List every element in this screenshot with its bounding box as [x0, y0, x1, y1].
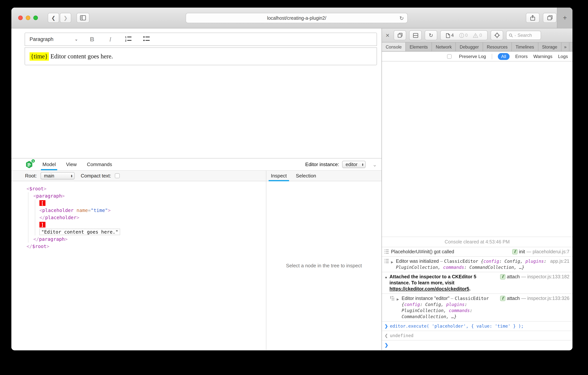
close-icon: ✕ — [386, 33, 390, 38]
source-link[interactable]: — placeholderui.js:7 — [526, 249, 569, 255]
bold-button[interactable]: B — [88, 36, 96, 43]
root-select[interactable]: main ▲▼ — [41, 172, 75, 179]
zoom-window-button[interactable] — [33, 16, 38, 20]
tab-overview-button[interactable] — [543, 13, 556, 23]
tab-view[interactable]: View — [66, 158, 77, 170]
new-tab-button[interactable]: + — [557, 8, 572, 28]
chevron-down-icon: ⌄ — [75, 37, 78, 42]
bulleted-list-button[interactable] — [142, 35, 151, 43]
log-stack-icon — [385, 258, 391, 263]
detach-icon — [397, 33, 403, 38]
source-link[interactable]: app.js:21 — [550, 258, 569, 264]
filter-warnings[interactable]: Warnings — [533, 54, 552, 59]
filter-logs[interactable]: Logs — [558, 54, 568, 59]
expand-caret-icon[interactable]: ▶ — [397, 295, 402, 303]
tab-model[interactable]: Model — [42, 158, 56, 170]
dock-side-button[interactable] — [409, 30, 422, 40]
console-log-row[interactable]: ▶ Editor instance "editor" – ClassicEdit… — [382, 294, 572, 321]
crosshair-icon — [494, 32, 500, 38]
address-bar[interactable]: localhost/creating-a-plugin2/ ↻ — [186, 13, 408, 23]
editor-instance-select[interactable]: editor ▲▼ — [342, 161, 366, 168]
detach-devtools-button[interactable] — [394, 30, 406, 40]
console-command-echo[interactable]: ❯ editor.execute( 'placeholder', { value… — [382, 321, 572, 331]
safari-window: ❮ ❯ localhost/creating-a-plugin2/ ↻ — [11, 8, 572, 350]
docs-link[interactable]: https://ckeditor.com/docs/ckeditor5 — [389, 286, 469, 292]
bulleted-list-icon — [143, 35, 150, 42]
tab-inspect[interactable]: Inspect — [271, 171, 287, 181]
compact-text-checkbox[interactable] — [115, 173, 120, 178]
more-tabs-button[interactable]: » — [561, 43, 570, 51]
compact-text-label: Compact text: — [81, 173, 111, 179]
add-tab-button[interactable]: + — [570, 43, 572, 51]
preserve-log-checkbox[interactable] — [447, 54, 452, 59]
console-log-row[interactable]: PlaceholderUI#init() got called f init —… — [382, 247, 572, 256]
editor-text: Editor content goes here. — [50, 53, 113, 60]
traffic-lights — [18, 16, 38, 20]
minimize-window-button[interactable] — [26, 16, 30, 20]
tree-selection-marker-close: ] — [11, 221, 266, 228]
tree-node-placeholder-open[interactable]: <placeholder name="time"> — [11, 207, 266, 214]
reload-icon[interactable]: ↻ — [399, 15, 404, 21]
stepper-icon: ▲▼ — [362, 163, 364, 166]
tab-storage[interactable]: Storage — [538, 43, 561, 51]
indent-guide — [35, 199, 35, 235]
tab-elements[interactable]: Elements — [406, 43, 432, 51]
reload-icon: ↻ — [429, 32, 433, 38]
tab-resources[interactable]: Resources — [483, 43, 512, 51]
tree-node-paragraph-open[interactable]: <paragraph> — [11, 192, 266, 199]
filter-all[interactable]: All — [498, 53, 510, 60]
expand-caret-icon[interactable]: ▶ — [391, 258, 396, 265]
tree-text-node[interactable]: "Editor content goes here." — [11, 228, 266, 235]
paragraph-dropdown-label: Paragraph — [30, 36, 53, 42]
source-link[interactable]: — inspector.js:133:326 — [521, 295, 569, 301]
filter-errors[interactable]: Errors — [515, 54, 528, 59]
source-link[interactable]: — inspector.js:133:182 — [521, 274, 569, 280]
tab-network[interactable]: Network — [432, 43, 456, 51]
tab-commands[interactable]: Commands — [87, 158, 112, 170]
tree-node-root-open[interactable]: <$root> — [11, 185, 266, 192]
console-log-row[interactable]: ▶ Editor was initialized – ClassicEditor… — [382, 256, 572, 272]
error-count[interactable]: 0 — [459, 33, 468, 38]
console-input[interactable]: ❯ — [382, 340, 572, 350]
collapse-inspector-icon[interactable]: ⌄ — [373, 161, 377, 167]
console-result-row[interactable]: ❮ undefined — [382, 331, 572, 340]
share-button[interactable] — [526, 13, 539, 23]
tab-timelines[interactable]: Timelines — [512, 43, 538, 51]
console-log-row[interactable]: ▼ Attached the inspector to a CKEditor 5… — [382, 272, 572, 294]
tree-selection-marker-open: [ — [11, 199, 266, 207]
resource-count[interactable]: 4 — [446, 33, 454, 38]
tab-debugger[interactable]: Debugger — [456, 43, 483, 51]
sidebar-toggle-button[interactable] — [76, 13, 89, 23]
element-picker-button[interactable] — [491, 30, 503, 40]
tab-console[interactable]: Console — [382, 43, 406, 51]
editor-content[interactable]: {time} Editor content goes here. — [25, 47, 377, 65]
web-inspector: ✕ ↻ — [381, 28, 572, 350]
paragraph-dropdown[interactable]: Paragraph ⌄ — [30, 36, 78, 42]
tree-node-paragraph-close[interactable]: </paragraph> — [11, 235, 266, 243]
tree-node-root-close[interactable]: </$root> — [11, 243, 266, 250]
tree-node-placeholder-close[interactable]: </placeholder> — [11, 214, 266, 221]
devtools-search-field[interactable]: ⌄ Search — [506, 31, 541, 40]
forward-button[interactable]: ❯ — [60, 13, 71, 23]
prompt-icon: ❯ — [385, 342, 388, 348]
tab-selection[interactable]: Selection — [296, 171, 316, 181]
dock-icon — [413, 33, 418, 38]
reload-page-button[interactable]: ↻ — [425, 30, 437, 40]
back-button[interactable]: ❮ — [48, 13, 59, 23]
stepper-icon: ▲▼ — [71, 174, 73, 177]
collapse-caret-icon[interactable]: ▼ — [385, 274, 389, 281]
search-placeholder: Search — [517, 33, 532, 38]
logo-version-badge: 5 — [31, 159, 35, 163]
warning-count[interactable]: 0 — [473, 33, 482, 38]
share-icon — [530, 15, 535, 21]
back-icon: ❮ — [51, 15, 55, 21]
italic-button[interactable]: I — [106, 36, 115, 43]
function-name: init — [519, 249, 525, 255]
editor-toolbar: Paragraph ⌄ B I 1 2 — [25, 33, 377, 46]
placeholder-widget[interactable]: {time} — [30, 52, 49, 60]
model-tree[interactable]: <$root> <paragraph> [ <placeholder name=… — [11, 181, 266, 350]
close-devtools-button[interactable]: ✕ — [385, 33, 391, 38]
numbered-list-button[interactable]: 1 2 — [124, 35, 133, 43]
close-window-button[interactable] — [18, 16, 23, 20]
preserve-log-label: Preserve Log — [459, 54, 486, 59]
